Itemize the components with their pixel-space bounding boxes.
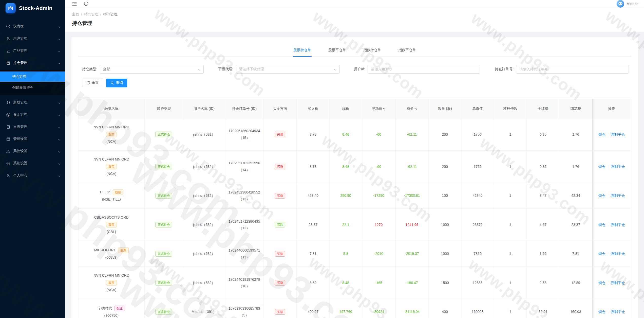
tab-指数平仓单[interactable]: 指数平仓单 <box>398 45 416 57</box>
stamp-tax-cell: 160.03 <box>559 299 592 318</box>
chevron-down-icon <box>58 113 61 116</box>
stock-name-stack: TIL Ltd股票(NSE_TILL) <box>81 189 141 202</box>
tab-股票平仓单[interactable]: 股票平仓单 <box>328 45 347 57</box>
tab-股票持仓单[interactable]: 股票持仓单 <box>293 45 312 57</box>
action-divider <box>608 252 608 256</box>
search-button[interactable]: 查询 <box>106 79 127 87</box>
total-pl-cell: -81116.04 <box>395 299 428 318</box>
quantity-cell: 200 <box>428 118 461 151</box>
force-close-link[interactable]: 强制平仓 <box>611 193 625 198</box>
order-no-input[interactable] <box>516 65 629 74</box>
sidebar-item-ipo[interactable]: 新股管理 <box>0 97 65 108</box>
users-icon <box>6 37 10 41</box>
market-value-cell: 12885 <box>461 267 494 299</box>
direction-tag: 买涨 <box>275 309 285 315</box>
reset-label: 重置 <box>92 81 99 85</box>
lock-position-link[interactable]: 锁仓 <box>598 251 605 256</box>
total-pl-cell: -17300.81 <box>395 183 428 209</box>
sidebar-menu: 仪表盘用户管理产品管理持仓管理持仓管理创建股票持仓新股管理资金管理日志管理管理设… <box>0 16 65 181</box>
force-close-link[interactable]: 强制平仓 <box>611 164 625 169</box>
breadcrumb-separator: / <box>100 12 101 16</box>
lock-position-link[interactable]: 锁仓 <box>598 164 605 169</box>
chevron-down-icon <box>58 162 61 165</box>
market-type-tag: 股票 <box>106 280 117 286</box>
lock-position-link[interactable]: 锁仓 <box>598 309 605 314</box>
float-pl-cell: -80924 <box>362 299 395 318</box>
market-value-cell: 1756 <box>461 118 494 151</box>
stock-name: NVN CLFRN MN ORD <box>93 125 129 130</box>
user-menu[interactable]: Mitrade <box>617 0 638 8</box>
position-type-select[interactable]: 全部 <box>100 65 204 74</box>
current-price-cell: 5.8 <box>329 241 362 267</box>
sub-agent-select[interactable]: 请选择下级代理 <box>236 65 340 74</box>
breadcrumb-item[interactable]: 主页 <box>72 12 79 16</box>
sidebar-item-risk-settings[interactable]: 风控设置 <box>0 146 65 156</box>
current-price-cell: 22.1 <box>329 209 362 241</box>
sidebar-submenu: 持仓管理创建股票持仓 <box>0 70 65 95</box>
direction-cell: 买涨 <box>263 183 297 209</box>
user-id-input[interactable] <box>368 65 480 74</box>
force-close-link[interactable]: 强制平仓 <box>611 280 625 286</box>
account-type-cell: 正式持仓 <box>145 241 183 267</box>
chevron-down-icon <box>58 49 61 52</box>
fee-cell: 1.56 <box>527 241 559 267</box>
chevron-down-icon <box>198 68 201 71</box>
account-type-tag: 正式持仓 <box>155 309 172 315</box>
log-icon <box>6 125 10 129</box>
reset-button[interactable]: 重置 <box>82 79 103 87</box>
sidebar-item-system-settings[interactable]: 系统设置 <box>0 158 65 168</box>
total-pl-cell: 1241.96 <box>395 209 428 241</box>
sidebar-item-products[interactable]: 产品管理 <box>0 46 65 56</box>
sidebar-collapse-icon[interactable] <box>72 1 77 6</box>
sidebar-item-positions[interactable]: 持仓管理 <box>0 58 65 68</box>
position-type-label: 持仓类型: <box>82 67 97 72</box>
action-links: 锁仓强制平仓 <box>595 251 628 256</box>
quantity-cell: 100 <box>428 183 461 209</box>
lock-position-link[interactable]: 锁仓 <box>598 280 605 286</box>
order-id-cell: 1702951860204934（15） <box>225 118 263 151</box>
sidebar-item-dashboard[interactable]: 仪表盘 <box>0 21 65 31</box>
direction-tag: 买涨 <box>275 280 285 286</box>
stock-name-line: TIL Ltd股票 <box>100 189 123 195</box>
buy-price-cell: 7.81 <box>297 241 329 267</box>
tab-bar: 股票持仓单股票平仓单指数持仓单指数平仓单 <box>78 37 631 57</box>
current-price-cell: 8.48 <box>329 267 362 299</box>
lock-position-link[interactable]: 锁仓 <box>598 222 605 227</box>
force-close-link[interactable]: 强制平仓 <box>611 132 625 137</box>
sidebar-item-users[interactable]: 用户管理 <box>0 33 65 44</box>
sidebar-subitem-创建股票持仓[interactable]: 创建股票持仓 <box>0 83 65 93</box>
quantity-cell: 400 <box>428 299 461 318</box>
positions-card: 股票持仓单股票平仓单指数持仓单指数平仓单 持仓类型: 全部 下级代理: 请选择下… <box>71 37 638 318</box>
action-links: 锁仓强制平仓 <box>595 164 628 169</box>
sidebar-item-admin-settings[interactable]: 管理设置 <box>0 134 65 144</box>
search-label: 查询 <box>116 81 123 85</box>
sidebar-item-logs[interactable]: 日志管理 <box>0 122 65 132</box>
leverage-cell: 1 <box>494 151 527 183</box>
column-header: 总盈亏 <box>395 99 428 118</box>
sidebar-subitem-持仓管理[interactable]: 持仓管理 <box>0 72 65 82</box>
column-header: 手续费 <box>527 99 559 118</box>
stock-name-line: NVN CLFRN MN ORD <box>93 157 129 162</box>
account-type-cell: 正式持仓 <box>145 183 183 209</box>
force-close-link[interactable]: 强制平仓 <box>611 222 625 227</box>
current-price-cell: 8.48 <box>329 151 362 183</box>
stock-code: (NSE_TILL) <box>102 197 121 202</box>
force-close-link[interactable]: 强制平仓 <box>611 309 625 314</box>
chevron-down-icon <box>58 37 61 40</box>
stock-name: 宁德时代 <box>98 306 112 311</box>
total-pl-cell: -2019.37 <box>395 241 428 267</box>
column-header: 用户名称 (ID) <box>183 99 225 118</box>
filter-bar: 持仓类型: 全部 下级代理: 请选择下级代理 <box>78 65 631 74</box>
chevron-down-icon <box>334 68 337 71</box>
sidebar-item-profile[interactable]: 个人中心 <box>0 170 65 181</box>
account-type-cell: 正式持仓 <box>145 118 183 151</box>
refresh-icon[interactable] <box>84 1 89 6</box>
lock-position-link[interactable]: 锁仓 <box>598 193 605 198</box>
breadcrumb-item[interactable]: 持仓管理 <box>84 12 98 16</box>
tab-指数持仓单[interactable]: 指数持仓单 <box>363 45 382 57</box>
lock-position-link[interactable]: 锁仓 <box>598 132 605 137</box>
fee-cell: 32.01 <box>527 299 559 318</box>
sidebar-item-funds[interactable]: 资金管理 <box>0 110 65 120</box>
force-close-link[interactable]: 强制平仓 <box>611 251 625 256</box>
action-divider <box>608 165 608 168</box>
